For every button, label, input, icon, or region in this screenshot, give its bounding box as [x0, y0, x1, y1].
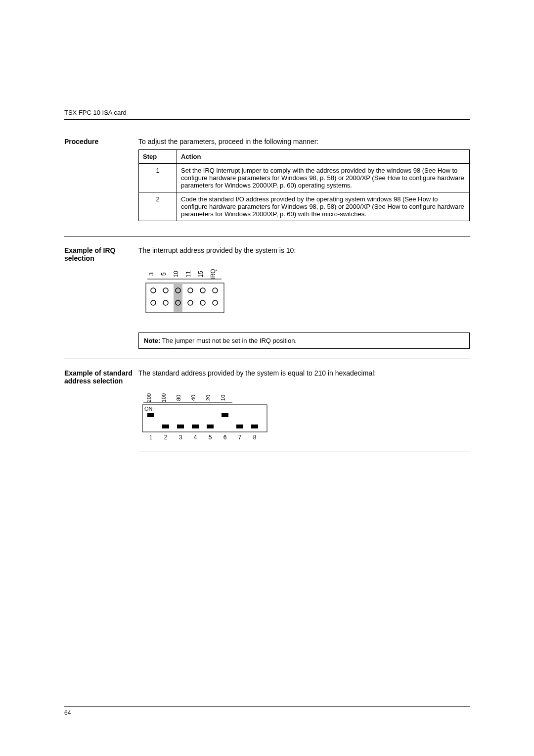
- switch-slider: [162, 425, 169, 428]
- pin-hole: [188, 288, 193, 293]
- pin-label: IRQ: [210, 269, 217, 279]
- section-irq: Example of IRQ selection The interrupt a…: [64, 246, 470, 354]
- switch-number: 7: [238, 434, 242, 441]
- pin-hole: [213, 288, 218, 293]
- switch-number: 2: [164, 434, 168, 441]
- page-footer: 64: [64, 706, 470, 716]
- table-row: 2 Code the standard I/O address provided…: [139, 192, 470, 221]
- section-address: Example of standard address selection Th…: [64, 369, 470, 452]
- pin-label: 11: [185, 271, 192, 278]
- table-cell-step: 2: [139, 192, 177, 221]
- weight-label: 80: [176, 395, 181, 401]
- divider: [64, 359, 470, 359]
- switch-number: 6: [223, 434, 227, 441]
- note-text: The jumper must not be set in the IRQ po…: [160, 337, 297, 344]
- header-rule: [64, 119, 470, 120]
- irq-label: Example of IRQ selection: [64, 246, 138, 354]
- weight-label: 10: [220, 395, 226, 401]
- pin-hole: [200, 300, 205, 305]
- divider: [64, 236, 470, 236]
- divider: [138, 452, 470, 452]
- switch-number: 4: [194, 434, 197, 441]
- on-label: ON: [144, 406, 153, 412]
- switch-number: 5: [209, 434, 212, 441]
- pin-label: 3: [148, 272, 155, 276]
- switch-slider: [177, 425, 184, 428]
- weight-label: 200: [146, 393, 152, 402]
- switch-slider: [147, 413, 154, 417]
- table-cell-action: Set the IRQ interrupt jumper to comply w…: [177, 164, 470, 192]
- table-cell-action: Code the standard I/O address provided b…: [177, 192, 470, 221]
- dip-body: [142, 405, 267, 432]
- pin-hole: [200, 288, 205, 293]
- procedure-intro: To adjust the parameters, proceed in the…: [138, 138, 470, 145]
- pin-hole: [151, 288, 156, 293]
- table-row: 1 Set the IRQ interrupt jumper to comply…: [139, 164, 470, 192]
- pin-hole: [151, 300, 156, 305]
- switch-number: 1: [149, 434, 153, 441]
- address-label: Example of standard address selection: [64, 369, 138, 452]
- switch-number: 8: [253, 434, 257, 441]
- switch-slider: [207, 425, 214, 428]
- switch-number: 3: [179, 434, 182, 441]
- procedure-label: Procedure: [64, 138, 138, 221]
- pin-label: 10: [173, 271, 179, 278]
- table-cell-step: 1: [139, 164, 177, 192]
- pin-label: 15: [197, 271, 204, 278]
- pin-hole: [163, 288, 168, 293]
- pin-hole: [163, 300, 168, 305]
- footer-rule: [64, 706, 470, 707]
- switch-slider: [236, 425, 243, 428]
- procedure-table: Step Action 1 Set the IRQ interrupt jump…: [138, 149, 470, 221]
- running-head: TSX FPC 10 ISA card: [64, 109, 470, 116]
- jumper-box: [146, 283, 224, 313]
- table-header-action: Action: [177, 150, 470, 164]
- weight-label: 40: [190, 395, 196, 401]
- note-prefix: Note:: [144, 337, 160, 344]
- note-box: Note: The jumper must not be set in the …: [138, 332, 470, 349]
- page-number: 64: [64, 709, 470, 716]
- address-intro: The standard address provided by the sys…: [138, 369, 470, 377]
- pin-hole: [188, 300, 193, 305]
- irq-intro: The interrupt address provided by the sy…: [138, 246, 470, 254]
- table-header-step: Step: [139, 150, 177, 164]
- irq-jumper-diagram: 3 5 10 11 15 IRQ: [138, 259, 242, 319]
- weight-label: 100: [161, 393, 167, 402]
- switch-slider: [251, 425, 258, 428]
- pin-label: 5: [160, 272, 167, 276]
- switch-slider: [192, 425, 199, 428]
- switch-slider: [222, 413, 228, 417]
- section-procedure: Procedure To adjust the parameters, proc…: [64, 138, 470, 221]
- pin-hole: [213, 300, 218, 305]
- weight-label: 20: [205, 395, 211, 401]
- dip-switch-diagram: 200 100 80 40 20 10 ON: [138, 386, 282, 443]
